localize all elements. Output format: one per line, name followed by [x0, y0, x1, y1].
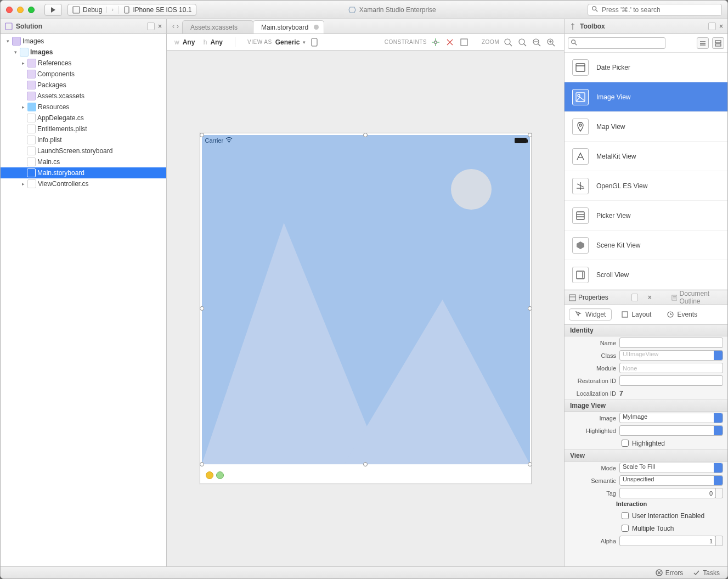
zoom-out-icon[interactable]	[531, 37, 542, 48]
zoom-label: ZOOM	[482, 39, 499, 45]
tree-file[interactable]: Entitlements.plist	[1, 123, 166, 134]
view-as-select[interactable]: Generic	[275, 38, 300, 46]
tree-components[interactable]: Components	[1, 69, 166, 80]
tree-solution[interactable]: ▾ Images	[1, 36, 166, 47]
highlighted-checkbox[interactable]	[622, 440, 629, 447]
file-icon	[27, 147, 36, 155]
svg-rect-41	[577, 212, 584, 220]
close-pad-button[interactable]: ×	[158, 23, 162, 30]
back-button[interactable]: ‹	[172, 23, 174, 30]
user-interaction-checkbox[interactable]	[622, 512, 629, 519]
run-configuration[interactable]: Debug › iPhone SE iOS 10.1	[67, 4, 196, 16]
tree-packages[interactable]: Packages	[1, 80, 166, 91]
tree-file[interactable]: Info.plist	[1, 134, 166, 145]
toolbox-group-button[interactable]	[697, 37, 709, 49]
multiple-touch-checkbox[interactable]	[622, 525, 629, 532]
clear-constraints-icon[interactable]	[444, 37, 455, 48]
exit-icon[interactable]	[216, 471, 224, 479]
svg-marker-23	[202, 223, 382, 464]
close-tab-button[interactable]	[314, 25, 319, 30]
layout-tab[interactable]: Layout	[615, 308, 657, 321]
size-class[interactable]: wAny hAny	[174, 38, 223, 46]
tree-file[interactable]: Main.cs	[1, 156, 166, 167]
tab-storyboard[interactable]: Main.storyboard	[253, 20, 324, 33]
zoom-actual-icon[interactable]	[517, 37, 528, 48]
image-view-icon	[572, 89, 589, 105]
name-input[interactable]	[619, 338, 723, 348]
tasks-button[interactable]: Tasks	[693, 569, 720, 577]
solution-icon	[5, 23, 13, 30]
toolbox-item-scenekit-view[interactable]: Scene Kit View	[565, 231, 727, 260]
search-icon	[571, 39, 577, 47]
autohide-button[interactable]	[708, 23, 716, 30]
toolbox-item-metalkit-view[interactable]: MetalKit View	[565, 142, 727, 171]
toolbox-item-map-view[interactable]: Map View	[565, 112, 727, 142]
svg-rect-2	[125, 7, 129, 13]
highlighted-image-select[interactable]	[619, 425, 723, 436]
run-button[interactable]	[44, 4, 62, 16]
toolbox-item-picker-view[interactable]: Picker View	[565, 201, 727, 231]
svg-point-4	[592, 7, 596, 10]
forward-button[interactable]: ›	[177, 23, 179, 30]
mode-select[interactable]: Scale To Fill	[619, 463, 723, 473]
frames-icon[interactable]	[459, 37, 470, 48]
close-pad-button[interactable]: ×	[719, 23, 723, 30]
components-icon	[27, 70, 36, 78]
close-window-button[interactable]	[6, 7, 13, 13]
tab-assets[interactable]: Assets.xcassets	[182, 20, 253, 33]
properties-grid: Identity Name Class UIImageView Module R…	[565, 324, 727, 566]
solution-sidebar: Solution × ▾ Images ▾ Images ▸	[1, 19, 167, 566]
tree-file[interactable]: ▸ ViewController.cs	[1, 178, 166, 189]
tree-file-selected[interactable]: Main.storyboard	[1, 167, 166, 178]
errors-button[interactable]: Errors	[656, 569, 684, 577]
solution-tree: ▾ Images ▾ Images ▸ References Component…	[1, 34, 166, 566]
first-responder-icon[interactable]	[206, 471, 213, 479]
tag-input[interactable]	[619, 488, 716, 498]
tree-resources[interactable]: ▸ Resources	[1, 102, 166, 113]
svg-point-10	[505, 39, 510, 44]
zoom-window-button[interactable]	[28, 7, 35, 13]
orientation-icon[interactable]	[309, 37, 320, 48]
titlebar: Debug › iPhone SE iOS 10.1 Xamarin Studi…	[1, 1, 727, 19]
designer-canvas[interactable]: Carrier	[167, 50, 564, 566]
file-icon	[27, 179, 36, 188]
image-select[interactable]: MyImage	[619, 413, 723, 423]
tree-file[interactable]: AppDelegate.cs	[1, 113, 166, 123]
alpha-input[interactable]	[619, 536, 716, 546]
close-pad-button[interactable]: ×	[648, 294, 652, 301]
global-search[interactable]	[588, 4, 722, 16]
tree-references[interactable]: ▸ References	[1, 58, 166, 69]
document-outline-tab[interactable]: Document Outline	[671, 290, 723, 305]
toolbox-item-image-view[interactable]: Image View	[565, 82, 727, 112]
toolbox-item-opengl-view[interactable]: OpenGL ES View	[565, 171, 727, 201]
window-controls	[6, 7, 35, 13]
toolbox-view-button[interactable]	[712, 37, 724, 49]
tag-stepper[interactable]	[715, 488, 723, 498]
toolbox-item-scroll-view[interactable]: Scroll View	[565, 260, 727, 290]
device-canvas[interactable]: Carrier	[200, 133, 532, 484]
module-input[interactable]	[619, 363, 723, 373]
semantic-select[interactable]: Unspecified	[619, 475, 723, 486]
tree-file[interactable]: LaunchScreen.storyboard	[1, 145, 166, 156]
class-select[interactable]: UIImageView	[619, 350, 723, 361]
events-tab[interactable]: Events	[661, 308, 703, 321]
disclosure-icon: ▸	[20, 60, 26, 66]
svg-rect-30	[715, 41, 721, 43]
add-constraints-icon[interactable]	[430, 37, 441, 48]
minimize-window-button[interactable]	[17, 7, 24, 13]
properties-tab[interactable]: Properties	[569, 294, 608, 301]
autohide-button[interactable]	[147, 23, 155, 30]
tree-assets[interactable]: Assets.xcassets	[1, 91, 166, 102]
zoom-fit-icon[interactable]	[503, 37, 513, 48]
disclosure-icon: ▾	[13, 49, 18, 55]
widget-tab[interactable]: Widget	[569, 308, 612, 321]
restoration-id-input[interactable]	[619, 375, 723, 386]
alpha-stepper[interactable]	[715, 536, 723, 546]
autohide-button[interactable]	[631, 294, 638, 301]
image-view-selection[interactable]: Carrier	[202, 135, 530, 464]
toolbox-item-date-picker[interactable]: Date Picker	[565, 53, 727, 82]
tree-project[interactable]: ▾ Images	[1, 47, 166, 58]
global-search-input[interactable]	[601, 5, 718, 14]
toolbox-search-input[interactable]	[568, 37, 665, 49]
zoom-in-icon[interactable]	[545, 37, 556, 48]
